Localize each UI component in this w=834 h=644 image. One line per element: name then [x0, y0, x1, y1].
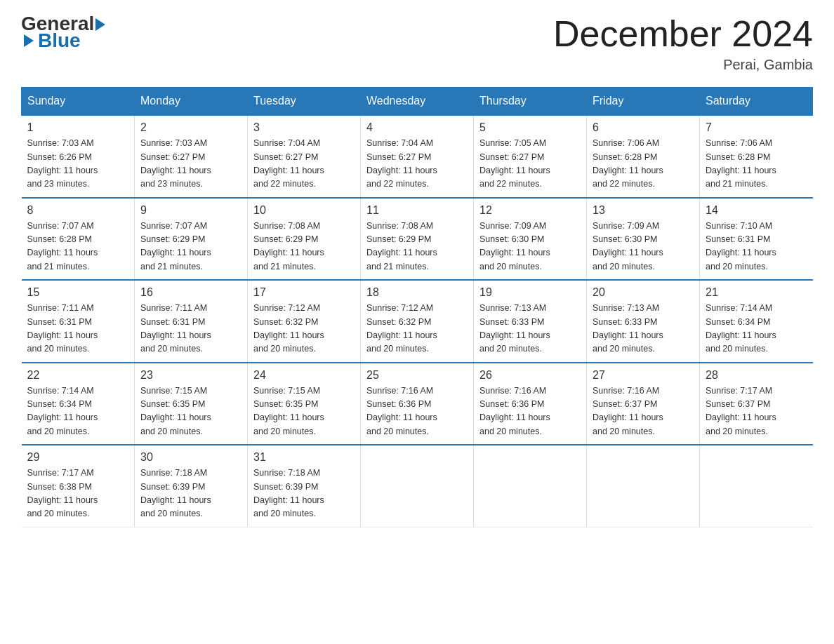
location: Perai, Gambia: [553, 57, 813, 73]
calendar-cell: 11 Sunrise: 7:08 AMSunset: 6:29 PMDaylig…: [361, 198, 474, 281]
day-number: 3: [253, 121, 355, 134]
day-number: 27: [593, 369, 694, 382]
week-row-5: 29 Sunrise: 7:17 AMSunset: 6:38 PMDaylig…: [22, 445, 813, 527]
day-info: Sunrise: 7:13 AMSunset: 6:33 PMDaylight:…: [479, 302, 581, 356]
weekday-header-thursday: Thursday: [474, 88, 587, 116]
calendar-cell: 27 Sunrise: 7:16 AMSunset: 6:37 PMDaylig…: [587, 363, 700, 445]
day-info: Sunrise: 7:16 AMSunset: 6:36 PMDaylight:…: [366, 384, 468, 439]
day-number: 7: [706, 121, 807, 134]
calendar-cell: 2 Sunrise: 7:03 AMSunset: 6:27 PMDayligh…: [135, 115, 248, 198]
month-title: December 2024: [553, 14, 813, 54]
logo-arrow-icon: [95, 18, 105, 31]
day-number: 9: [140, 204, 241, 217]
calendar-cell: 12 Sunrise: 7:09 AMSunset: 6:30 PMDaylig…: [474, 198, 587, 281]
calendar-cell: 16 Sunrise: 7:11 AMSunset: 6:31 PMDaylig…: [135, 280, 248, 363]
calendar-cell: 17 Sunrise: 7:12 AMSunset: 6:32 PMDaylig…: [248, 280, 361, 363]
weekday-header-sunday: Sunday: [22, 88, 135, 116]
day-number: 6: [593, 121, 694, 134]
calendar-cell: 20 Sunrise: 7:13 AMSunset: 6:33 PMDaylig…: [587, 280, 700, 363]
day-info: Sunrise: 7:15 AMSunset: 6:35 PMDaylight:…: [253, 384, 355, 439]
day-info: Sunrise: 7:10 AMSunset: 6:31 PMDaylight:…: [706, 220, 807, 274]
day-number: 17: [253, 286, 355, 299]
calendar-cell: 9 Sunrise: 7:07 AMSunset: 6:29 PMDayligh…: [135, 198, 248, 281]
day-number: 18: [366, 286, 468, 299]
day-number: 25: [366, 369, 468, 382]
day-info: Sunrise: 7:06 AMSunset: 6:28 PMDaylight:…: [706, 137, 807, 192]
week-row-4: 22 Sunrise: 7:14 AMSunset: 6:34 PMDaylig…: [22, 363, 813, 445]
calendar-cell: 6 Sunrise: 7:06 AMSunset: 6:28 PMDayligh…: [587, 115, 700, 198]
calendar-cell: 25 Sunrise: 7:16 AMSunset: 6:36 PMDaylig…: [361, 363, 474, 445]
day-number: 10: [253, 204, 355, 217]
calendar-cell: 28 Sunrise: 7:17 AMSunset: 6:37 PMDaylig…: [700, 363, 813, 445]
calendar-cell: [700, 445, 813, 527]
weekday-header-saturday: Saturday: [700, 88, 813, 116]
calendar-cell: 4 Sunrise: 7:04 AMSunset: 6:27 PMDayligh…: [361, 115, 474, 198]
day-info: Sunrise: 7:16 AMSunset: 6:36 PMDaylight:…: [479, 384, 581, 439]
calendar-cell: [474, 445, 587, 527]
day-info: Sunrise: 7:17 AMSunset: 6:38 PMDaylight:…: [27, 467, 129, 521]
day-info: Sunrise: 7:07 AMSunset: 6:28 PMDaylight:…: [27, 220, 129, 274]
calendar-cell: 29 Sunrise: 7:17 AMSunset: 6:38 PMDaylig…: [22, 445, 135, 527]
day-info: Sunrise: 7:06 AMSunset: 6:28 PMDaylight:…: [593, 137, 694, 192]
page-header: General Blue December 2024 Perai, Gambia: [21, 14, 813, 73]
week-row-3: 15 Sunrise: 7:11 AMSunset: 6:31 PMDaylig…: [22, 280, 813, 363]
logo-blue-text: Blue: [38, 31, 81, 51]
logo: General Blue: [21, 14, 105, 51]
day-info: Sunrise: 7:12 AMSunset: 6:32 PMDaylight:…: [253, 302, 355, 356]
day-info: Sunrise: 7:12 AMSunset: 6:32 PMDaylight:…: [366, 302, 468, 356]
day-info: Sunrise: 7:11 AMSunset: 6:31 PMDaylight:…: [27, 302, 129, 356]
day-number: 31: [253, 451, 355, 464]
day-info: Sunrise: 7:09 AMSunset: 6:30 PMDaylight:…: [593, 220, 694, 274]
calendar-cell: 31 Sunrise: 7:18 AMSunset: 6:39 PMDaylig…: [248, 445, 361, 527]
day-info: Sunrise: 7:04 AMSunset: 6:27 PMDaylight:…: [366, 137, 468, 192]
weekday-header-tuesday: Tuesday: [248, 88, 361, 116]
day-info: Sunrise: 7:11 AMSunset: 6:31 PMDaylight:…: [140, 302, 241, 356]
day-info: Sunrise: 7:14 AMSunset: 6:34 PMDaylight:…: [706, 302, 807, 356]
calendar-cell: 7 Sunrise: 7:06 AMSunset: 6:28 PMDayligh…: [700, 115, 813, 198]
day-number: 22: [27, 369, 129, 382]
calendar-table: SundayMondayTuesdayWednesdayThursdayFrid…: [21, 87, 813, 528]
day-info: Sunrise: 7:03 AMSunset: 6:26 PMDaylight:…: [27, 137, 129, 192]
day-number: 13: [593, 204, 694, 217]
week-row-2: 8 Sunrise: 7:07 AMSunset: 6:28 PMDayligh…: [22, 198, 813, 281]
day-info: Sunrise: 7:08 AMSunset: 6:29 PMDaylight:…: [366, 220, 468, 274]
day-number: 11: [366, 204, 468, 217]
day-number: 5: [479, 121, 581, 134]
calendar-cell: 22 Sunrise: 7:14 AMSunset: 6:34 PMDaylig…: [22, 363, 135, 445]
day-info: Sunrise: 7:16 AMSunset: 6:37 PMDaylight:…: [593, 384, 694, 439]
day-info: Sunrise: 7:07 AMSunset: 6:29 PMDaylight:…: [140, 220, 241, 274]
day-number: 20: [593, 286, 694, 299]
calendar-cell: [361, 445, 474, 527]
calendar-cell: 3 Sunrise: 7:04 AMSunset: 6:27 PMDayligh…: [248, 115, 361, 198]
day-info: Sunrise: 7:15 AMSunset: 6:35 PMDaylight:…: [140, 384, 241, 439]
calendar-cell: 30 Sunrise: 7:18 AMSunset: 6:39 PMDaylig…: [135, 445, 248, 527]
day-info: Sunrise: 7:04 AMSunset: 6:27 PMDaylight:…: [253, 137, 355, 192]
calendar-cell: [587, 445, 700, 527]
week-row-1: 1 Sunrise: 7:03 AMSunset: 6:26 PMDayligh…: [22, 115, 813, 198]
day-number: 1: [27, 121, 129, 134]
calendar-cell: 23 Sunrise: 7:15 AMSunset: 6:35 PMDaylig…: [135, 363, 248, 445]
day-number: 30: [140, 451, 241, 464]
calendar-cell: 19 Sunrise: 7:13 AMSunset: 6:33 PMDaylig…: [474, 280, 587, 363]
day-number: 21: [706, 286, 807, 299]
day-number: 19: [479, 286, 581, 299]
day-info: Sunrise: 7:05 AMSunset: 6:27 PMDaylight:…: [479, 137, 581, 192]
day-number: 28: [706, 369, 807, 382]
day-info: Sunrise: 7:03 AMSunset: 6:27 PMDaylight:…: [140, 137, 241, 192]
day-number: 14: [706, 204, 807, 217]
calendar-cell: 21 Sunrise: 7:14 AMSunset: 6:34 PMDaylig…: [700, 280, 813, 363]
day-number: 23: [140, 369, 241, 382]
calendar-cell: 18 Sunrise: 7:12 AMSunset: 6:32 PMDaylig…: [361, 280, 474, 363]
weekday-header-friday: Friday: [587, 88, 700, 116]
calendar-cell: 14 Sunrise: 7:10 AMSunset: 6:31 PMDaylig…: [700, 198, 813, 281]
calendar-cell: 1 Sunrise: 7:03 AMSunset: 6:26 PMDayligh…: [22, 115, 135, 198]
day-info: Sunrise: 7:13 AMSunset: 6:33 PMDaylight:…: [593, 302, 694, 356]
day-info: Sunrise: 7:09 AMSunset: 6:30 PMDaylight:…: [479, 220, 581, 274]
day-number: 16: [140, 286, 241, 299]
day-info: Sunrise: 7:08 AMSunset: 6:29 PMDaylight:…: [253, 220, 355, 274]
weekday-header-wednesday: Wednesday: [361, 88, 474, 116]
calendar-cell: 5 Sunrise: 7:05 AMSunset: 6:27 PMDayligh…: [474, 115, 587, 198]
day-number: 15: [27, 286, 129, 299]
calendar-cell: 10 Sunrise: 7:08 AMSunset: 6:29 PMDaylig…: [248, 198, 361, 281]
day-number: 2: [140, 121, 241, 134]
